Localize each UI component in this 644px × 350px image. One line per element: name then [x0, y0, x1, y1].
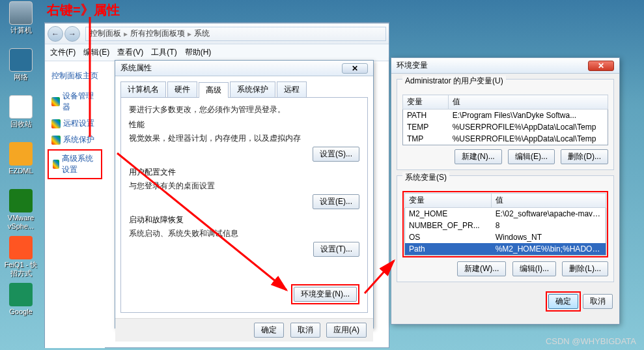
highlight-box: 环境变量(N)...	[291, 284, 359, 304]
perf-title: 性能	[129, 119, 359, 130]
tab-remote[interactable]: 远程	[277, 81, 307, 97]
sidebar-item-advsys[interactable]: 高级系统设置	[49, 151, 101, 178]
sys-vars-label: 系统变量(S)	[402, 172, 449, 183]
chevron-right-icon: ▸	[124, 29, 128, 38]
startup-desc: 系统启动、系统失败和调试信息	[129, 228, 359, 239]
back-button[interactable]: ←	[48, 26, 63, 42]
sys-new-button[interactable]: 新建(W)...	[457, 261, 506, 276]
tab-body-advanced: 要进行大多数更改，您必须作为管理员登录。 性能 视觉效果，处理器计划，内存使用，…	[120, 98, 368, 313]
cancel-button[interactable]: 取消	[290, 323, 320, 338]
bc-cp[interactable]: 控制面板	[90, 28, 121, 39]
user-vars-label: Administrator 的用户变量(U)	[402, 76, 506, 87]
menu-file[interactable]: 文件(F)	[50, 47, 76, 58]
shield-icon	[51, 119, 61, 128]
recycle-bin-icon[interactable]: 回收站	[3, 95, 39, 134]
col-var[interactable]: 变量	[405, 194, 492, 208]
google-icon[interactable]: Google	[3, 283, 39, 322]
environment-variables-button[interactable]: 环境变量(N)...	[294, 287, 357, 302]
desktop-icon-column: 计算机 网络 回收站 EZDML VMware vSphe... FeiQ1 -…	[3, 1, 42, 330]
sidebar-head[interactable]: 控制面板主页	[51, 70, 102, 81]
close-button[interactable]: ✕	[588, 61, 614, 71]
annotation-text: 右键=》属性	[47, 1, 120, 19]
startup-title: 启动和故障恢复	[129, 214, 359, 226]
col-val[interactable]: 值	[492, 194, 606, 208]
dialog-title: 环境变量	[397, 60, 588, 71]
computer-icon[interactable]: 计算机	[3, 1, 39, 40]
user-edit-button[interactable]: 编辑(E)...	[508, 149, 555, 164]
perf-settings-button[interactable]: 设置(S)...	[313, 147, 359, 162]
user-vars-group: Administrator 的用户变量(U) 变量值 PATHE:\Progra…	[397, 79, 614, 170]
address-bar: ← → 控制面板 ▸ 所有控制面板项 ▸ 系统	[45, 23, 389, 44]
table-row-selected[interactable]: Path%M2_HOME%\bin;%HADOOP_HOME%\bin...	[405, 243, 606, 255]
network-icon[interactable]: 网络	[3, 48, 39, 87]
profile-settings-button[interactable]: 设置(E)...	[313, 194, 359, 209]
tab-advanced[interactable]: 高级	[199, 82, 229, 98]
shield-icon	[53, 160, 59, 169]
system-vars-group: 系统变量(S) 变量值 M2_HOMEE:\02_software\apache…	[397, 175, 614, 282]
sys-delete-button[interactable]: 删除(L)...	[562, 261, 608, 276]
environment-variables-dialog: 环境变量 ✕ Administrator 的用户变量(U) 变量值 PATHE:…	[391, 57, 620, 325]
ezdml-icon[interactable]: EZDML	[3, 142, 39, 181]
table-row[interactable]: PATHE:\Program Files\VanDyke Softwa...	[403, 109, 608, 122]
highlight-box: 变量值 M2_HOMEE:\02_software\apache-maven-3…	[402, 191, 608, 257]
sidebar: 控制面板主页 设备管理器 远程设置 系统保护 高级系统设置	[45, 61, 105, 348]
dialog-buttons: 确定 取消 应用(A)	[115, 318, 373, 342]
close-button[interactable]: ✕	[342, 63, 368, 74]
sys-edit-button[interactable]: 编辑(I)...	[512, 261, 556, 276]
shield-icon	[51, 97, 60, 106]
bc-allcp[interactable]: 所有控制面板项	[130, 28, 185, 39]
col-var[interactable]: 变量	[403, 95, 449, 109]
menu-tools[interactable]: 工具(T)	[151, 47, 176, 58]
menu-view[interactable]: 查看(V)	[117, 47, 143, 58]
dialog-buttons: 确定 取消	[391, 287, 619, 315]
sidebar-item-remote[interactable]: 远程设置	[48, 115, 102, 132]
col-val[interactable]: 值	[449, 95, 608, 109]
forward-button[interactable]: →	[64, 26, 80, 42]
ok-button[interactable]: 确定	[254, 323, 284, 338]
cancel-button[interactable]: 取消	[583, 294, 613, 309]
perf-desc: 视觉效果，处理器计划，内存使用，以及虚拟内存	[129, 133, 359, 144]
table-row[interactable]: M2_HOMEE:\02_software\apache-maven-3.5.4	[405, 208, 606, 220]
breadcrumb[interactable]: 控制面板 ▸ 所有控制面板项 ▸ 系统	[85, 27, 386, 41]
highlight-box: 高级系统设置	[48, 149, 102, 179]
apply-button[interactable]: 应用(A)	[326, 323, 367, 338]
highlight-box: 确定	[546, 291, 581, 312]
ok-button[interactable]: 确定	[548, 294, 578, 309]
tab-sysprotect[interactable]: 系统保护	[230, 81, 275, 97]
menu-edit[interactable]: 编辑(E)	[83, 47, 109, 58]
sidebar-item-sysprotect[interactable]: 系统保护	[48, 132, 102, 148]
feiq-icon[interactable]: FeiQ1 - 快招方式	[3, 236, 39, 275]
watermark: CSDN @WHYBIGDATA	[546, 336, 636, 346]
shield-icon	[51, 136, 61, 145]
menu-help[interactable]: 帮助(H)	[185, 47, 212, 58]
system-properties-dialog: 系统属性 ✕ 计算机名 硬件 高级 系统保护 远程 要进行大多数更改，您必须作为…	[115, 60, 374, 328]
system-vars-table[interactable]: 变量值 M2_HOMEE:\02_software\apache-maven-3…	[404, 193, 606, 255]
vmware-icon[interactable]: VMware vSphe...	[3, 189, 39, 228]
tab-hardware[interactable]: 硬件	[167, 81, 197, 97]
desktop: 计算机 网络 回收站 EZDML VMware vSphe... FeiQ1 -…	[0, 0, 644, 350]
menu-bar: 文件(F) 编辑(E) 查看(V) 工具(T) 帮助(H)	[45, 44, 389, 61]
table-row[interactable]: OSWindows_NT	[405, 231, 606, 243]
dialog-title: 系统属性	[120, 63, 342, 74]
sidebar-item-devmgr[interactable]: 设备管理器	[48, 88, 102, 115]
user-vars-table[interactable]: 变量值 PATHE:\Program Files\VanDyke Softwa.…	[402, 95, 608, 145]
user-new-button[interactable]: 新建(N)...	[455, 149, 502, 164]
title-bar: 系统属性 ✕	[115, 61, 373, 76]
bc-system[interactable]: 系统	[194, 28, 210, 39]
title-bar: 环境变量 ✕	[391, 58, 619, 74]
admin-notice: 要进行大多数更改，您必须作为管理员登录。	[129, 104, 359, 115]
profile-desc: 与您登录有关的桌面设置	[129, 181, 359, 192]
table-row[interactable]: TEMP%USERPROFILE%\AppData\Local\Temp	[403, 121, 608, 133]
tab-computername[interactable]: 计算机名	[120, 81, 166, 97]
table-row[interactable]: TMP%USERPROFILE%\AppData\Local\Temp	[403, 133, 608, 145]
startup-settings-button[interactable]: 设置(T)...	[313, 242, 359, 257]
profile-title: 用户配置文件	[129, 167, 359, 178]
table-row[interactable]: NUMBER_OF_PR...8	[405, 220, 606, 231]
tab-strip: 计算机名 硬件 高级 系统保护 远程	[120, 81, 368, 98]
chevron-right-icon: ▸	[188, 29, 191, 38]
user-delete-button[interactable]: 删除(D)...	[561, 149, 608, 164]
